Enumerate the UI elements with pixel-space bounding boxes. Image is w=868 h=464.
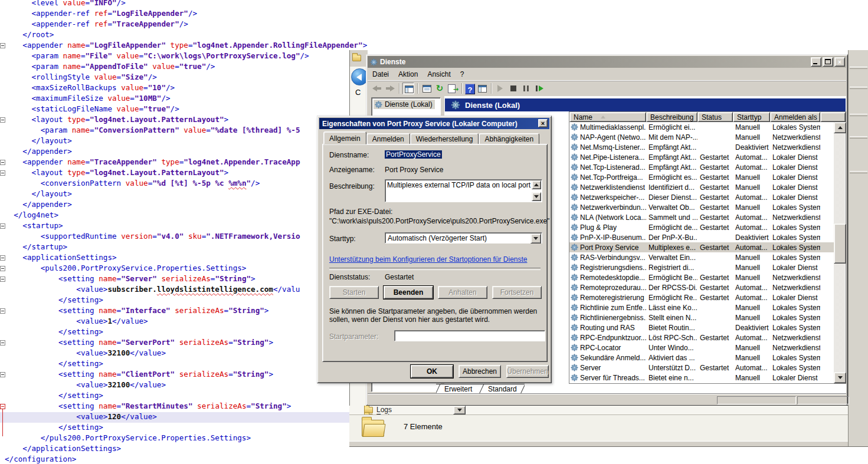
extended-view-icon[interactable] bbox=[476, 83, 488, 94]
table-row[interactable]: NLA (Network Loca...Sammelt und ...Gesta… bbox=[569, 212, 834, 222]
services-window-titlebar[interactable]: Dienste × bbox=[368, 56, 846, 68]
service-anmelden-cell: Lokaler Dienst bbox=[770, 173, 820, 182]
beschreibung-textbox[interactable]: Multiplexes external TCP/IP data on loca… bbox=[385, 179, 542, 202]
tab-anmelden[interactable]: Anmelden bbox=[366, 133, 410, 144]
minimize-button[interactable] bbox=[811, 57, 821, 67]
tab-wiederherstellung[interactable]: Wiederherstellung bbox=[410, 133, 479, 144]
fold-marker[interactable] bbox=[0, 372, 5, 377]
tab-standard[interactable]: Standard bbox=[488, 385, 517, 393]
fold-marker-changed[interactable] bbox=[0, 404, 5, 409]
menu-item-ansicht[interactable]: Ansicht bbox=[422, 69, 455, 80]
abbrechen-button[interactable]: Abbrechen bbox=[458, 365, 501, 378]
startoptionen-link[interactable]: Unterstützung beim Konfigurieren der Sta… bbox=[329, 255, 528, 264]
vertical-scrollbar[interactable] bbox=[834, 122, 845, 383]
back-icon[interactable] bbox=[371, 83, 383, 94]
dropdown-button[interactable] bbox=[453, 406, 466, 414]
service-desc-cell: Registriert di... bbox=[646, 264, 697, 272]
table-row[interactable]: Net.Msmq-Listener...Empfängt Akt...Deakt… bbox=[569, 142, 834, 152]
scroll-down-button[interactable] bbox=[834, 372, 846, 383]
menu-item-[interactable]: ? bbox=[456, 69, 469, 80]
starttyp-combobox[interactable]: Automatisch (Verzögerter Start) bbox=[385, 232, 542, 243]
ok-button[interactable]: OK bbox=[411, 365, 453, 378]
close-button[interactable]: × bbox=[834, 57, 845, 67]
table-row[interactable]: Net.Tcp-Portfreiga...Ermöglicht es...Ges… bbox=[569, 172, 834, 182]
scroll-up-button[interactable] bbox=[532, 180, 541, 189]
table-row[interactable]: Plug & PlayErmöglicht de...GestartetAuto… bbox=[569, 222, 834, 232]
fold-marker[interactable] bbox=[0, 340, 5, 345]
service-name-cell: RAS-Verbindungsv... bbox=[569, 254, 646, 262]
startoptionen-link-row: Unterstützung beim Konfigurieren der Sta… bbox=[329, 255, 528, 264]
service-gear-icon bbox=[571, 294, 578, 301]
scrollbar-thumb[interactable] bbox=[834, 223, 846, 264]
fold-marker[interactable] bbox=[0, 170, 5, 176]
column-header-beschreibung[interactable]: Beschreibung bbox=[646, 112, 697, 122]
table-row[interactable]: Net.Tcp-Listenerad...Empfängt Akt...Gest… bbox=[569, 162, 834, 172]
table-row[interactable]: RemoteregistrierungErmöglicht Re...Gesta… bbox=[569, 292, 834, 302]
dienststatus-value: Gestartet bbox=[385, 273, 414, 281]
table-row[interactable]: Netzwerkspeicher-...Dieser Dienst...Gest… bbox=[569, 192, 834, 202]
stop-service-icon[interactable] bbox=[507, 83, 519, 94]
table-row[interactable]: RPC-LocatorUnter Windo...ManuellNetzwerk… bbox=[569, 343, 834, 353]
column-header-name[interactable]: Name bbox=[569, 112, 646, 122]
fold-marker[interactable] bbox=[0, 160, 5, 165]
tab-erweitert[interactable]: Erweitert bbox=[444, 385, 472, 393]
table-row[interactable]: Net.Pipe-Listenera...Empfängt Akt...Gest… bbox=[569, 152, 834, 162]
restart-service-icon[interactable] bbox=[533, 83, 545, 94]
column-header-starttyp[interactable]: Starttyp bbox=[733, 112, 770, 122]
maximize-button[interactable] bbox=[823, 57, 833, 67]
table-row[interactable]: Remoteprozedurau...Der RPCSS-Di...Gestar… bbox=[569, 282, 834, 292]
column-header-status[interactable]: Status bbox=[697, 112, 733, 122]
export-list-icon[interactable]: → bbox=[447, 83, 458, 94]
toolbar-separator bbox=[461, 83, 462, 94]
beenden-button[interactable]: Beenden bbox=[384, 286, 433, 299]
table-row[interactable]: Richtlinie zum Entfe...Lässt eine Ko...M… bbox=[569, 302, 834, 312]
close-icon[interactable]: × bbox=[538, 119, 548, 127]
pause-service-icon[interactable] bbox=[520, 83, 532, 94]
table-row[interactable]: Sekundäre Anmeld...Aktiviert das ...Manu… bbox=[569, 353, 834, 363]
fold-marker[interactable] bbox=[0, 266, 5, 271]
table-row[interactable]: Server für Threads...Bietet eine n...Man… bbox=[569, 373, 834, 383]
fold-marker[interactable] bbox=[0, 255, 5, 261]
fold-marker[interactable] bbox=[0, 117, 5, 123]
scroll-up-button[interactable] bbox=[834, 122, 846, 133]
service-name-cell: Multimediaklassenpl... bbox=[569, 123, 646, 131]
startparameter-input[interactable] bbox=[394, 330, 545, 341]
table-row[interactable]: ServerUnterstützt D...GestartetAutomat..… bbox=[569, 363, 834, 373]
fold-marker[interactable] bbox=[0, 308, 5, 314]
forward-icon[interactable] bbox=[384, 83, 396, 94]
table-row[interactable]: RAS-Verbindungsv...Verwaltet Ein...Manue… bbox=[569, 252, 834, 262]
show-console-tree-icon[interactable] bbox=[402, 83, 414, 94]
table-row[interactable]: Multimediaklassenpl...Ermöglicht ei...Ma… bbox=[569, 122, 834, 132]
service-anmelden-cell: Lokaler Dienst bbox=[770, 264, 820, 272]
table-row[interactable]: NAP-Agent (Netwo...Mit dem NAP-...Manuel… bbox=[569, 132, 834, 142]
fold-marker[interactable] bbox=[0, 43, 5, 48]
table-row[interactable]: Routing und RASBietet Routin...Deaktivie… bbox=[569, 323, 834, 333]
tab-allgemein[interactable]: Allgemein bbox=[323, 131, 366, 144]
tree-item-dienste-lokal[interactable]: Dienste (Lokal) bbox=[374, 100, 435, 109]
column-header-anmeldenals[interactable]: Anmelden als bbox=[770, 112, 820, 122]
start-service-icon[interactable] bbox=[494, 83, 506, 94]
table-row[interactable]: RPC-Endpunktzuor...Löst RPC-Sch...Gestar… bbox=[569, 333, 834, 343]
table-row[interactable]: Port Proxy ServiceMultiplexes e...Gestar… bbox=[569, 242, 834, 252]
code-line: <appender-ref ref="TraceAppender"/> bbox=[0, 19, 868, 30]
tab-abhngigkeiten[interactable]: Abhängigkeiten bbox=[479, 133, 539, 144]
dialog-titlebar[interactable]: Eigenschaften von Port Proxy Service (Lo… bbox=[319, 118, 549, 129]
fold-marker[interactable] bbox=[0, 223, 5, 229]
fold-marker[interactable] bbox=[0, 277, 5, 282]
refresh-icon[interactable]: ↻ bbox=[434, 83, 446, 94]
table-row[interactable]: Registrierungsdiens...Registriert di...M… bbox=[569, 262, 834, 272]
chevron-down-icon[interactable] bbox=[530, 233, 541, 243]
table-row[interactable]: Remotedesktopdie...Ermöglicht Be...Gesta… bbox=[569, 272, 834, 282]
menu-item-aktion[interactable]: Aktion bbox=[394, 69, 422, 80]
service-name-cell: Routing und RAS bbox=[569, 324, 646, 332]
properties-icon[interactable] bbox=[421, 83, 433, 94]
service-desc-cell: Multiplexes e... bbox=[646, 243, 697, 252]
help-icon[interactable]: ? bbox=[465, 84, 475, 94]
service-gear-icon bbox=[571, 284, 578, 291]
menu-item-datei[interactable]: Datei bbox=[368, 69, 394, 80]
scroll-down-button[interactable] bbox=[532, 192, 541, 201]
table-row[interactable]: Netzwerkverbindun...Verwaltet Ob...Gesta… bbox=[569, 202, 834, 212]
table-row[interactable]: Richtlinienergebniss...Stellt einen N...… bbox=[569, 312, 834, 323]
table-row[interactable]: PnP-X-IP-Busenum...Der PnP-X-Bu...Deakti… bbox=[569, 232, 834, 242]
table-row[interactable]: NetzwerklistendienstIdentifiziert d...Ge… bbox=[569, 182, 834, 192]
